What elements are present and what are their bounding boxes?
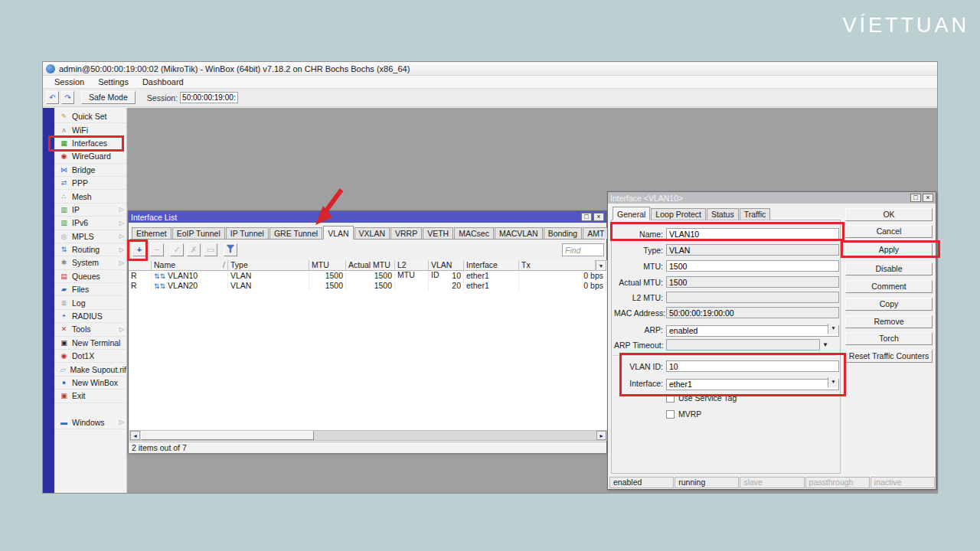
sidebar-item-new-winbox[interactable]: ●New WinBox — [54, 377, 126, 390]
safe-mode-button[interactable]: Safe Mode — [81, 91, 136, 104]
tab-vxlan[interactable]: VXLAN — [354, 227, 390, 239]
close-button[interactable]: × — [923, 194, 933, 202]
sidebar-item-make-supout-rif[interactable]: ▱Make Supout.rif — [54, 363, 126, 376]
sidebar-item-queues[interactable]: ▤Queues — [54, 270, 126, 283]
use-service-tag-checkbox[interactable] — [666, 394, 675, 403]
column-selector-button[interactable]: ▼ — [596, 260, 606, 271]
chevron-down-icon[interactable]: ▼ — [822, 341, 828, 348]
reset-traffic-counters-button[interactable]: Reset Traffic Counters — [845, 350, 933, 363]
name-field[interactable] — [666, 228, 839, 240]
horizontal-scrollbar[interactable]: ◂ ▸ — [129, 430, 607, 441]
interface-vlan10-dialog: Interface <VLAN10> □ × General Loop Prot… — [607, 191, 936, 490]
sidebar-item-ipv6[interactable]: ▥IPv6▷ — [54, 217, 126, 230]
tab-macsec[interactable]: MACsec — [454, 227, 494, 239]
sidebar-item-windows[interactable]: ▬Windows▷ — [54, 416, 126, 429]
sidebar-item-files[interactable]: ▰Files — [54, 283, 126, 296]
column-flags[interactable] — [129, 260, 152, 271]
scrollbar-thumb[interactable] — [141, 431, 314, 440]
sidebar-item-exit[interactable]: ▣Exit — [54, 390, 126, 403]
tab-amt[interactable]: AMT — [583, 227, 609, 239]
dialog-title-bar[interactable]: Interface <VLAN10> □ × — [608, 192, 936, 204]
column-tx[interactable]: Tx — [519, 260, 596, 271]
mvrp-checkbox[interactable] — [666, 410, 675, 419]
sidebar-item-interfaces[interactable]: ▦Interfaces — [54, 137, 126, 150]
column-vlan-id[interactable]: VLAN ID — [429, 260, 464, 271]
sidebar-item-mpls[interactable]: ◎MPLS▷ — [54, 230, 126, 243]
table-row[interactable]: R ⇅⇅VLAN20 VLAN 1500 1500 20 ether1 0 bp… — [129, 281, 606, 291]
sidebar-item-routing[interactable]: ⇅Routing▷ — [54, 243, 126, 256]
remove-button[interactable]: Remove — [845, 315, 933, 328]
maximize-button[interactable]: □ — [910, 194, 921, 202]
torch-button[interactable]: Torch — [845, 332, 933, 345]
sidebar-item-bridge[interactable]: ⋈Bridge — [54, 164, 126, 177]
column-name[interactable]: Name/ — [152, 260, 228, 271]
sidebar-item-system[interactable]: ✱System▷ — [54, 256, 126, 269]
tab-macvlan[interactable]: MACVLAN — [495, 227, 543, 239]
scroll-right-button[interactable]: ▸ — [596, 431, 606, 440]
log-icon: ≣ — [58, 299, 70, 307]
tab-eoip-tunnel[interactable]: EoIP Tunnel — [172, 227, 225, 239]
disable-button[interactable]: Disable — [845, 262, 933, 276]
tab-general[interactable]: General — [612, 207, 650, 220]
sidebar-item-tools[interactable]: ✕Tools▷ — [54, 323, 126, 336]
sidebar-item-dot1x[interactable]: ◉Dot1X — [54, 350, 126, 363]
remove-button[interactable]: − — [150, 243, 164, 256]
close-button[interactable]: × — [593, 213, 604, 221]
sidebar-item-mesh[interactable]: ∴Mesh — [54, 190, 126, 203]
undo-button[interactable]: ↶ — [46, 91, 59, 104]
sidebar-item-ppp[interactable]: ⇄PPP — [54, 177, 126, 190]
tab-vrrp[interactable]: VRRP — [390, 227, 422, 239]
dialog-title: Interface <VLAN10> — [610, 194, 683, 203]
menu-settings[interactable]: Settings — [91, 77, 136, 86]
sidebar-item-quick-set[interactable]: ✎Quick Set — [54, 110, 126, 123]
tab-vlan[interactable]: VLAN — [323, 226, 353, 240]
add-button[interactable]: + — [132, 243, 146, 256]
tab-gre-tunnel[interactable]: GRE Tunnel — [270, 227, 322, 239]
actual-mtu-label: Actual MTU: — [614, 278, 663, 287]
vlan-id-field[interactable] — [666, 360, 839, 372]
interface-list-title-bar[interactable]: Interface List □ × — [129, 211, 606, 223]
mtu-field[interactable] — [666, 260, 839, 272]
find-input[interactable] — [562, 243, 604, 256]
disable-button[interactable]: ✗ — [187, 243, 201, 256]
maximize-button[interactable]: □ — [581, 213, 592, 221]
arp-timeout-select[interactable] — [666, 339, 820, 350]
column-actual-mtu[interactable]: Actual MTU — [346, 260, 395, 271]
column-interface[interactable]: Interface — [464, 260, 519, 271]
filter-button[interactable] — [224, 243, 237, 256]
tab-bonding[interactable]: Bonding — [544, 227, 583, 239]
table-row[interactable]: R ⇅⇅VLAN10 VLAN 1500 1500 10 ether1 0 bp… — [129, 271, 606, 281]
sidebar-item-radius[interactable]: ◓RADIUS — [54, 310, 126, 323]
tab-traffic[interactable]: Traffic — [740, 208, 771, 220]
ok-button[interactable]: OK — [845, 208, 933, 221]
menu-dashboard[interactable]: Dashboard — [136, 77, 191, 86]
tab-loop-protect[interactable]: Loop Protect — [651, 208, 706, 220]
column-type[interactable]: Type — [228, 260, 309, 271]
sidebar-item-log[interactable]: ≣Log — [54, 296, 126, 309]
tab-ip-tunnel[interactable]: IP Tunnel — [226, 227, 269, 239]
submenu-arrow-icon: ▷ — [119, 220, 124, 227]
arp-select[interactable] — [666, 325, 839, 337]
interface-select[interactable] — [666, 379, 839, 390]
tab-veth[interactable]: VETH — [423, 227, 453, 239]
enable-button[interactable]: ✓ — [170, 243, 184, 256]
column-mtu[interactable]: MTU — [309, 260, 346, 271]
sidebar-item-wireguard[interactable]: ◉WireGuard — [54, 150, 126, 163]
cancel-button[interactable]: Cancel — [845, 225, 933, 238]
tab-status[interactable]: Status — [707, 208, 739, 220]
interface-dropdown-button[interactable]: ▼ — [828, 377, 838, 387]
sidebar-item-ip[interactable]: ▥IP▷ — [54, 204, 126, 217]
session-input[interactable] — [180, 92, 238, 103]
copy-button[interactable]: Copy — [845, 298, 933, 311]
comment-button[interactable]: Comment — [845, 280, 933, 293]
redo-button[interactable]: ↷ — [61, 91, 74, 104]
menu-session[interactable]: Session — [47, 77, 91, 86]
column-l2-mtu[interactable]: L2 MTU — [395, 260, 429, 271]
apply-button[interactable]: Apply — [845, 243, 933, 256]
comment-tool-button[interactable]: ▭ — [204, 243, 217, 256]
tab-ethernet[interactable]: Ethernet — [132, 227, 172, 239]
sidebar-item-wifi[interactable]: ∧WiFi — [54, 123, 126, 136]
arp-dropdown-button[interactable]: ▼ — [828, 324, 838, 334]
sidebar-item-new-terminal[interactable]: ▣New Terminal — [54, 337, 126, 350]
scroll-left-button[interactable]: ◂ — [130, 431, 140, 440]
